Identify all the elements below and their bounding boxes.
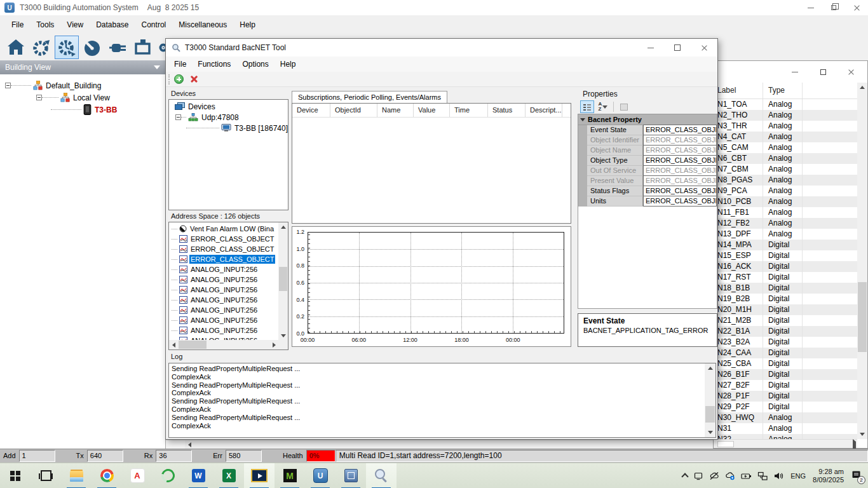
property-row[interactable]: Object Identifier ERROR_CLASS_OBJECT: [578, 135, 717, 146]
address-space-item[interactable]: ANALOG_INPUT:256: [169, 274, 278, 285]
log-panel[interactable]: Sending ReadPropertyMultipleRequest ...C…: [168, 363, 716, 438]
scrollbar-thumb[interactable]: [179, 341, 207, 349]
t3bb-device-node[interactable]: T3-BB [186740]: [170, 123, 288, 133]
tab-subscriptions[interactable]: Subscriptions, Periodic Polling, Events/…: [292, 91, 447, 104]
onedrive-paused-icon[interactable]: [709, 471, 719, 481]
column-header-label[interactable]: Label: [714, 83, 763, 98]
inputs-table-row[interactable]: N27_B2F Digital: [714, 380, 857, 391]
scrollbar-thumb[interactable]: [279, 267, 287, 291]
property-row[interactable]: Object Name ERROR_CLASS_OBJECT: [578, 146, 717, 156]
main-horizontal-scrollbar[interactable]: [166, 440, 718, 449]
main-close-button[interactable]: [845, 1, 868, 15]
inputs-close-button[interactable]: [837, 62, 865, 81]
tree-item-default-building[interactable]: Default_Building: [0, 79, 165, 92]
clock[interactable]: 9:28 am 8/09/2025: [813, 468, 844, 484]
address-space-item[interactable]: ANALOG_INPUT:256: [169, 285, 278, 295]
inputs-table-row[interactable]: N3_THR Analog: [714, 121, 857, 132]
property-value[interactable]: ERROR_CLASS_OBJECT: [643, 125, 717, 135]
battery-icon[interactable]: [741, 471, 752, 481]
taskbar-app-button[interactable]: [244, 463, 275, 488]
grid-column-header[interactable]: Status: [488, 104, 526, 117]
property-value[interactable]: ERROR_CLASS_OBJECT: [643, 175, 717, 186]
log-vertical-scrollbar[interactable]: [705, 363, 715, 437]
inputs-table-row[interactable]: N11_FB1 Analog: [714, 207, 857, 218]
scroll-left-icon[interactable]: [185, 440, 194, 449]
property-row[interactable]: Object Type ERROR_CLASS_OBJECT: [578, 156, 717, 166]
inputs-table-row[interactable]: N5_CAM Analog: [714, 142, 857, 153]
scroll-up-icon[interactable]: [857, 83, 867, 92]
inputs-table-row[interactable]: N19_B2B Digital: [714, 294, 857, 304]
main-menu-item[interactable]: Miscellaneous: [172, 15, 233, 34]
address-space-item[interactable]: ANALOG_INPUT:256: [169, 336, 278, 340]
property-value[interactable]: ERROR_CLASS_OBJECT: [643, 145, 717, 156]
taskbar-app-button[interactable]: [31, 463, 61, 488]
column-header-type[interactable]: Type: [763, 83, 803, 98]
inputs-table-row[interactable]: N23_B2A Digital: [714, 337, 857, 348]
taskbar-app-button[interactable]: [275, 463, 305, 488]
home-icon[interactable]: [4, 36, 28, 59]
devices-root-node[interactable]: Devices: [170, 101, 288, 112]
property-row[interactable]: Present Value ERROR_CLASS_OBJECT: [578, 176, 717, 186]
taskbar-app-button[interactable]: [122, 463, 153, 488]
inputs-table-row[interactable]: N28_P1F Digital: [714, 391, 857, 402]
address-vertical-scrollbar[interactable]: [278, 222, 288, 340]
scroll-up-icon[interactable]: [705, 363, 715, 373]
language-indicator[interactable]: ENG: [789, 472, 807, 480]
inputs-table-row[interactable]: N26_B1F Digital: [714, 369, 857, 380]
sort-alphabetical-icon[interactable]: AZ: [596, 100, 610, 113]
property-row[interactable]: Event State ERROR_CLASS_OBJECT: [578, 125, 717, 135]
dialog-maximize-button[interactable]: [664, 39, 691, 57]
grid-column-header[interactable]: Device: [292, 104, 330, 117]
dial-gauge-icon[interactable]: [80, 36, 104, 59]
collapse-icon[interactable]: [36, 95, 42, 100]
property-row[interactable]: Units ERROR_CLASS_OBJECT: [578, 196, 717, 207]
inputs-horizontal-scrollbar[interactable]: [714, 439, 857, 448]
refresh-gear-icon[interactable]: [29, 36, 53, 59]
address-space-item[interactable]: ANALOG_INPUT:256: [169, 264, 278, 274]
taskbar-app-button[interactable]: [214, 463, 244, 488]
scroll-right-icon[interactable]: [269, 340, 278, 349]
collapse-icon[interactable]: [175, 114, 181, 120]
screen-cast-icon[interactable]: [693, 471, 703, 481]
inputs-table-row[interactable]: N9_PCA Analog: [714, 186, 857, 196]
address-space-item[interactable]: ANALOG_INPUT:256: [169, 295, 278, 305]
inputs-table-row[interactable]: N30_HWQ Analog: [714, 412, 857, 423]
taskbar-app-button[interactable]: [153, 463, 183, 488]
dialog-menu-item[interactable]: File: [168, 57, 192, 72]
address-space-item[interactable]: Vent Fan Alarm LOW (Bina: [169, 224, 278, 234]
network-icon[interactable]: [757, 471, 768, 481]
add-device-icon[interactable]: [174, 74, 184, 84]
scrollbar-thumb[interactable]: [705, 406, 715, 423]
taskbar-app-button[interactable]: [92, 463, 122, 488]
inputs-table-row[interactable]: N21_M2B Digital: [714, 315, 857, 326]
tree-item-local-view[interactable]: Local View: [0, 92, 165, 104]
main-menu-item[interactable]: Help: [233, 15, 262, 34]
taskbar-app-button[interactable]: [366, 463, 397, 488]
inputs-table-row[interactable]: N1_TOA Analog: [714, 99, 857, 110]
scrollbar-thumb[interactable]: [858, 282, 867, 352]
dialog-minimize-button[interactable]: [637, 39, 664, 57]
delete-device-icon[interactable]: [190, 75, 198, 83]
taskbar-app-button[interactable]: [183, 463, 214, 488]
inputs-table-row[interactable]: N22_B1A Digital: [714, 326, 857, 337]
inputs-table-row[interactable]: N14_MPA Digital: [714, 240, 857, 250]
main-restore-button[interactable]: [822, 1, 845, 15]
address-space-item[interactable]: ERROR_CLASS_OBJECT: [169, 254, 278, 264]
scroll-down-icon[interactable]: [278, 331, 288, 340]
scroll-up-icon[interactable]: [278, 222, 288, 231]
property-value[interactable]: ERROR_CLASS_OBJECT: [643, 135, 717, 146]
dialog-menu-item[interactable]: Help: [275, 57, 302, 72]
inputs-table-row[interactable]: N18_B1B Digital: [714, 283, 857, 294]
inputs-table-row[interactable]: N17_RST Digital: [714, 272, 857, 283]
address-horizontal-scrollbar[interactable]: [169, 340, 278, 349]
inputs-table-row[interactable]: N6_CBT Analog: [714, 153, 857, 164]
grid-column-header[interactable]: Time: [450, 104, 488, 117]
dialog-close-button[interactable]: [691, 39, 717, 57]
scroll-left-icon[interactable]: [169, 340, 178, 349]
action-center-icon[interactable]: 2: [851, 470, 862, 482]
inputs-table-row[interactable]: N8_PGAS Analog: [714, 175, 857, 186]
taskbar-app-button[interactable]: [305, 463, 336, 488]
collapse-icon[interactable]: [5, 83, 11, 88]
gear-clock-icon[interactable]: [55, 36, 79, 59]
inputs-table-row[interactable]: N4_CAT Analog: [714, 132, 857, 142]
